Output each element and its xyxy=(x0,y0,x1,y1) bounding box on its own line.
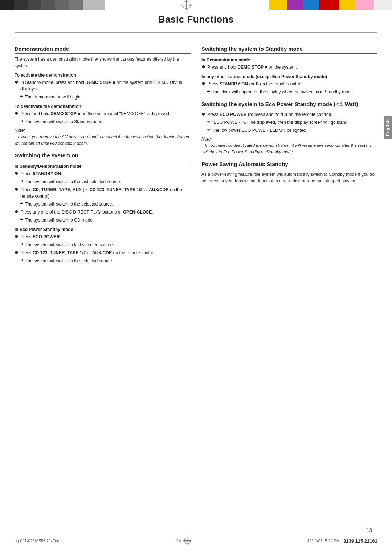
eco-bullet1-text: Press ECO POWER. xyxy=(20,234,191,240)
color-swatch-r3 xyxy=(303,0,319,10)
standby-bullet3: ● Press any one of the DISC DIRECT PLAY … xyxy=(15,209,191,215)
eco-bullet2: ● Press CD 123, TUNER, TAPE 1/2 or AUX/C… xyxy=(15,250,191,256)
footer: pg 001-028/C555/21-Eng 13 12/11/01, 5:22… xyxy=(0,538,392,544)
bullet-dot-r3: ● xyxy=(201,110,205,117)
eco-power-arrow1b-text: The low power ECO POWER LED will be ligh… xyxy=(212,127,377,134)
standby-bullet2: ● Press CD, TUNER, TAPE, AUX (or CD 123,… xyxy=(15,186,191,199)
bullet-dot-3: ● xyxy=(15,170,19,176)
eco-arrow2-text: The system will switch to the selected s… xyxy=(25,258,191,264)
arrow-symbol-3: ➜ xyxy=(20,178,23,183)
standby-arrow3-text: The system will switch to CD mode. xyxy=(25,217,191,223)
footer-right: 12/11/01, 5:22 PM 3139 115 21161 xyxy=(307,538,377,544)
eco-power-arrow1a: ➜ "ECO POWER" will be displayed, then th… xyxy=(201,119,377,126)
standby-bullet2-text: Press CD, TUNER, TAPE, AUX (or CD 123, T… xyxy=(20,186,191,199)
bullet-dot-4: ● xyxy=(15,186,19,192)
eco-note: Note: – If you have not deactivated the … xyxy=(201,136,377,155)
color-swatch-4 xyxy=(41,0,55,10)
power-saving-title: Power Saving Automatic Standby xyxy=(201,161,377,169)
standby-bullet1-text: Press STANDBY ON. xyxy=(20,170,191,177)
color-swatch-r6 xyxy=(356,0,374,10)
activate-bullet: ● In Standby mode, press and hold DEMO S… xyxy=(15,79,191,92)
deactivate-bullet-text: Press and hold DEMO STOP ■ on the system… xyxy=(20,110,191,117)
standby-section: Switching the system to Standby mode In … xyxy=(201,46,377,95)
arrow-symbol-6: ➜ xyxy=(20,242,23,247)
standby-arrow2: ➜ The system will switch to the selected… xyxy=(15,201,191,207)
eco-bullet1: ● Press ECO POWER. xyxy=(15,234,191,240)
arrow-symbol-r3: ➜ xyxy=(207,127,210,132)
activate-header: To activate the demonstration xyxy=(15,73,191,78)
color-swatch-6 xyxy=(69,0,83,10)
arrow-symbol-r2: ➜ xyxy=(207,119,210,124)
right-column: Switching the system to Standby mode In … xyxy=(201,40,377,266)
crosshair-icon xyxy=(183,1,191,9)
bullet-dot-1: ● xyxy=(15,78,19,85)
color-swatch-r5 xyxy=(339,0,356,10)
other-source-header: In any other source mode (except Eco Pow… xyxy=(201,74,377,79)
activate-arrow: ➜ The demonstration will begin. xyxy=(15,94,191,100)
in-demo-bullet1: ● Press and hold DEMO STOP ■ on the syst… xyxy=(201,64,377,70)
demo-note: Note: – Even if you remove the AC power … xyxy=(15,127,191,146)
color-swatch-7 xyxy=(83,0,105,10)
eco-power-arrow1b: ➜ The low power ECO POWER LED will be li… xyxy=(201,127,377,134)
top-color-bar xyxy=(0,0,392,10)
switching-on-section: Switching the system on In Standby/Demon… xyxy=(15,152,191,264)
other-source-bullet: ● Press STANDBY ON (or B on the remote c… xyxy=(201,81,377,87)
in-demo-mode-header: In Demonstration mode xyxy=(201,57,377,62)
deactivate-header: To deactivate the demonstration xyxy=(15,104,191,109)
eco-power-section: Switching the system to Eco Power Standb… xyxy=(201,101,377,155)
arrow-symbol-r1: ➜ xyxy=(207,89,210,94)
arrow-symbol-2: ➜ xyxy=(20,118,23,123)
standby-arrow1: ➜ The system will switch to the last sel… xyxy=(15,178,191,185)
eco-arrow2: ➜ The system will switch to the selected… xyxy=(15,258,191,264)
other-source-arrow-text: The clock will appear on the display whe… xyxy=(212,89,377,95)
footer-right-time: 12/11/01, 5:22 PM xyxy=(307,539,340,543)
eco-power-arrow1a-text: "ECO POWER" will be displayed, then the … xyxy=(212,119,377,126)
activate-arrow-text: The demonstration will begin. xyxy=(25,94,191,100)
right-margin-line xyxy=(378,44,378,526)
arrow-symbol-5: ➜ xyxy=(20,217,23,222)
color-swatch-3 xyxy=(28,0,41,10)
standby-arrow2-text: The system will switch to the selected s… xyxy=(25,201,191,207)
arrow-symbol-1: ➜ xyxy=(20,94,23,99)
arrow-symbol-4: ➜ xyxy=(20,201,23,206)
in-demo-bullet1-text: Press and hold DEMO STOP ■ on the system… xyxy=(207,64,377,70)
color-swatch-5 xyxy=(55,0,69,10)
eco-bullet2-text: Press CD 123, TUNER, TAPE 1/2 or AUX/CDR… xyxy=(20,250,191,256)
bullet-dot-r1: ● xyxy=(201,63,205,70)
bullet-dot-6: ● xyxy=(15,233,19,239)
arrow-symbol-7: ➜ xyxy=(20,258,23,263)
color-swatch-r1 xyxy=(269,0,287,10)
standby-demo-header: In Standby/Demonstration mode xyxy=(15,164,191,169)
deactivate-arrow-text: The system will switch to Standby mode. xyxy=(25,118,191,125)
left-column: Demonstration mode The system has a demo… xyxy=(15,40,191,266)
footer-crosshair-icon xyxy=(184,538,191,544)
bullet-dot-7: ● xyxy=(15,249,19,255)
sidebar-english-label: English xyxy=(384,116,392,139)
eco-power-title: Switching the system to Eco Power Standb… xyxy=(201,101,377,109)
eco-arrow1: ➜ The system will switch to last selecte… xyxy=(15,242,191,248)
footer-product-number: 3139 115 21161 xyxy=(343,538,377,544)
other-source-arrow: ➜ The clock will appear on the display w… xyxy=(201,89,377,95)
standby-title: Switching the system to Standby mode xyxy=(201,46,377,54)
page-title: Basic Functions xyxy=(15,14,377,25)
other-source-bullet-text: Press STANDBY ON (or B on the remote con… xyxy=(207,81,377,87)
activate-bullet-text: In Standby mode, press and hold DEMO STO… xyxy=(20,79,191,92)
demo-mode-title: Demonstration mode xyxy=(15,46,191,54)
page-title-section: Basic Functions xyxy=(0,10,392,32)
color-swatch-2 xyxy=(14,0,28,10)
power-saving-section: Power Saving Automatic Standby As a powe… xyxy=(201,161,377,184)
color-swatch-r4 xyxy=(319,0,339,10)
switching-on-title: Switching the system on xyxy=(15,152,191,160)
standby-arrow1-text: The system will switch to the last selec… xyxy=(25,178,191,185)
bullet-dot-2: ● xyxy=(15,110,19,116)
color-swatch-1 xyxy=(0,0,14,10)
demo-mode-section: Demonstration mode The system has a demo… xyxy=(15,46,191,146)
standby-arrow3: ➜ The system will switch to CD mode. xyxy=(15,217,191,223)
standby-bullet1: ● Press STANDBY ON. xyxy=(15,170,191,177)
standby-bullet3-text: Press any one of the DISC DIRECT PLAY bu… xyxy=(20,209,191,215)
bullet-dot-5: ● xyxy=(15,208,19,215)
eco-standby-header: In Eco Power Standby mode xyxy=(15,227,191,232)
deactivate-arrow: ➜ The system will switch to Standby mode… xyxy=(15,118,191,125)
eco-arrow1-text: The system will switch to last selected … xyxy=(25,242,191,248)
bullet-dot-r2: ● xyxy=(201,80,205,86)
